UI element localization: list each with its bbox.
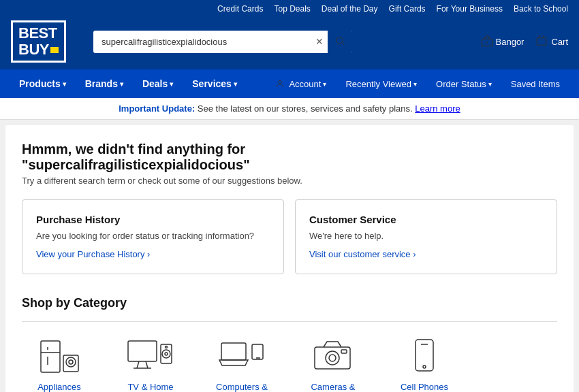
no-results-heading: Hmmm, we didn't find anything for "super… [22,142,557,173]
main-nav: Products ▾ Brands ▾ Deals ▾ Services ▾ A… [0,69,579,98]
search-button[interactable] [328,31,352,53]
appliances-label[interactable]: Appliances [37,382,81,392]
svg-line-1 [342,43,345,46]
svg-rect-13 [128,341,157,361]
svg-point-5 [279,81,282,84]
nav-saved-items[interactable]: Saved Items [503,72,568,96]
svg-point-30 [423,365,426,368]
purchase-history-link[interactable]: View your Purchase History › [36,249,150,259]
cameras-icon [309,336,357,376]
svg-point-19 [165,353,168,355]
main-content: Hmmm, we didn't find anything for "super… [5,125,574,392]
learn-more-link[interactable]: Learn more [415,103,460,114]
svg-line-15 [146,361,148,368]
svg-point-0 [337,37,343,43]
svg-rect-24 [315,347,350,369]
svg-point-18 [162,350,170,358]
svg-rect-27 [341,350,347,353]
logo-line1: BEST [18,24,57,42]
utility-link-credit-cards[interactable]: Credit Cards [217,4,263,14]
customer-service-link[interactable]: Visit our customer service › [309,249,416,259]
nav-order-status[interactable]: Order Status ▾ [428,72,500,96]
nav-recently-viewed[interactable]: Recently Viewed ▾ [337,72,425,96]
category-divider [22,321,557,322]
no-results-section: Hmmm, we didn't find anything for "super… [22,142,557,186]
svg-point-20 [166,346,168,348]
store-link[interactable]: Bangor [481,35,525,48]
category-grid: Appliances [22,336,557,392]
search-input[interactable] [99,32,315,52]
no-results-subtext: Try a different search term or check out… [22,176,557,186]
svg-rect-22 [252,344,263,359]
category-tv[interactable]: TV & Home Theater [113,336,188,392]
computers-icon [218,336,266,376]
phones-label[interactable]: Cell Phones [401,382,448,392]
logo[interactable]: BEST BUY [11,20,66,63]
utility-link-gift-cards[interactable]: Gift Cards [389,4,426,14]
customer-service-card: Customer Service We're here to help. Vis… [295,199,557,274]
utility-link-for-business[interactable]: For Your Business [437,4,503,14]
category-phones[interactable]: Cell Phones [387,336,462,392]
computers-label[interactable]: Computers & Tablets [204,382,279,392]
svg-rect-4 [537,38,547,46]
nav-brands[interactable]: Brands ▾ [77,71,131,96]
purchase-history-title: Purchase History [36,214,270,225]
info-cards: Purchase History Are you looking for ord… [22,199,557,274]
category-appliances[interactable]: Appliances [22,336,97,392]
clear-search-icon[interactable]: ✕ [315,36,324,47]
shop-by-category: Shop by Category [22,296,557,392]
products-chevron: ▾ [63,80,66,88]
customer-service-title: Customer Service [309,214,543,225]
alert-text: See the latest on our stores, services a… [198,103,413,114]
category-computers[interactable]: Computers & Tablets [204,336,279,392]
utility-links-bar: Credit Cards Top Deals Deal of the Day G… [0,0,579,15]
logo-line2: BUY [18,42,59,58]
svg-point-11 [66,357,76,367]
category-cameras[interactable]: Cameras & Camcorders [296,336,371,392]
utility-link-back-to-school[interactable]: Back to School [514,4,568,14]
cameras-label[interactable]: Cameras & Camcorders [296,382,371,392]
nav-products[interactable]: Products ▾ [11,71,74,96]
alert-label: Important Update: [119,103,195,114]
store-label: Bangor [496,37,525,47]
cart-link[interactable]: Cart [535,35,568,48]
svg-line-14 [137,361,139,368]
brands-chevron: ▾ [120,80,123,88]
account-chevron: ▾ [323,80,326,88]
nav-services[interactable]: Services ▾ [184,71,245,96]
shop-by-category-heading: Shop by Category [22,296,557,310]
purchase-history-card: Purchase History Are you looking for ord… [22,199,284,274]
utility-link-top-deals[interactable]: Top Deals [274,4,310,14]
search-bar: ✕ [93,31,352,53]
alert-bar: Important Update: See the latest on our … [0,98,579,120]
svg-point-25 [326,351,339,365]
nav-deals[interactable]: Deals ▾ [134,71,181,96]
svg-point-12 [69,360,73,364]
svg-point-26 [329,355,336,361]
tv-icon [127,336,174,376]
utility-link-deal-of-day[interactable]: Deal of the Day [322,4,378,14]
services-chevron: ▾ [234,80,237,88]
purchase-history-body: Are you looking for order status or trac… [36,231,270,241]
deals-chevron: ▾ [170,80,173,88]
tv-label[interactable]: TV & Home Theater [113,382,188,392]
phones-icon [401,336,448,376]
svg-rect-21 [221,343,246,360]
cart-label: Cart [551,37,568,47]
no-results-query: "supercalifragilisticexpialidocious" [22,157,250,172]
svg-rect-6 [41,341,60,372]
nav-account[interactable]: Account ▾ [267,72,334,96]
customer-service-body: We're here to help. [309,231,543,241]
appliances-icon [35,336,83,376]
